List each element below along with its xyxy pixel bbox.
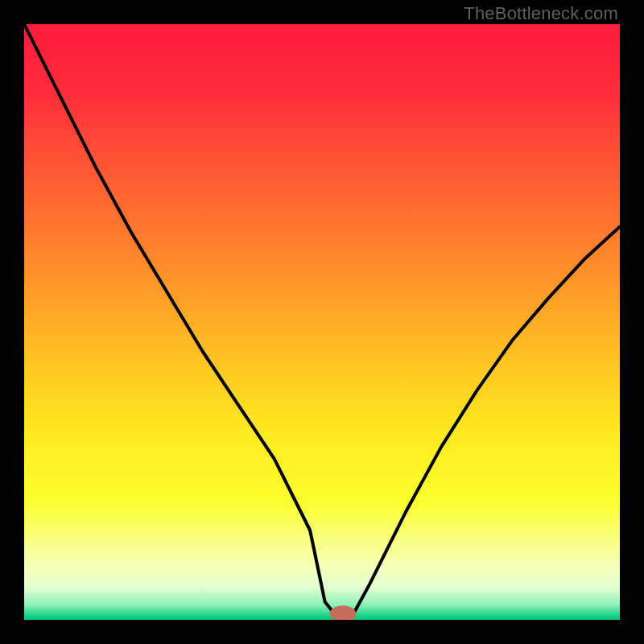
chart-plot (24, 24, 620, 620)
watermark-text: TheBottleneck.com (464, 3, 618, 24)
chart-background (24, 24, 620, 620)
chart-container: TheBottleneck.com (0, 0, 644, 644)
